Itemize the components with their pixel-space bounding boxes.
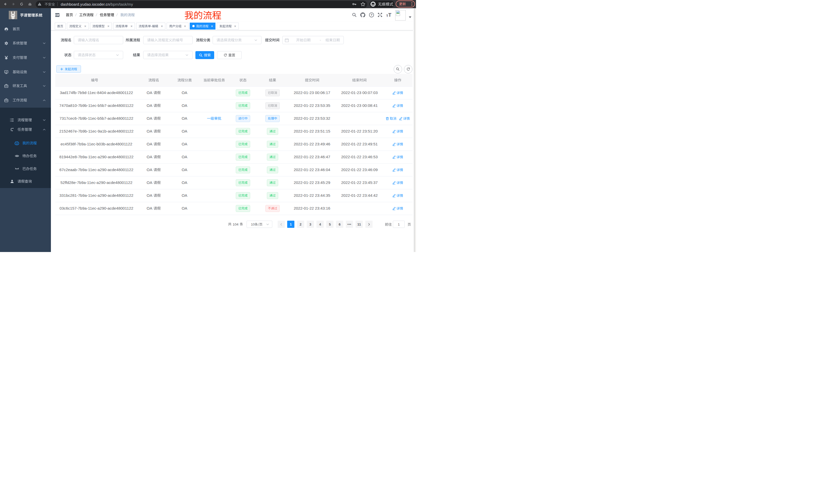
svg-text:?: ? [370, 13, 372, 17]
